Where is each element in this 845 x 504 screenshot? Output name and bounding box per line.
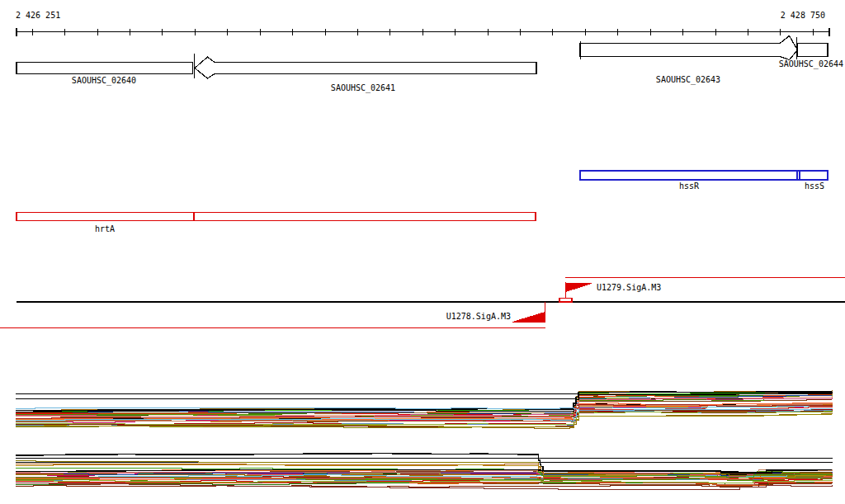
gene-label-hssr: hssR [679,181,700,191]
tss-flag-u1279-siga-m3-base-box [559,299,572,303]
gene-label-saouhsc-02641: SAOUHSC_02641 [331,83,395,93]
gene-label-hsss: hssS [805,181,824,191]
coordinate-ruler [17,28,829,36]
gene-label-saouhsc-02644: SAOUHSC_02644 [779,59,843,69]
feature-hssr-hsss[interactable] [580,171,828,180]
feature-saouhsc-02640[interactable] [17,63,193,74]
feature-hrta[interactable] [17,213,536,221]
ruler-end-coordinate: 2 428 750 [781,11,825,20]
tss-flag-u1278-siga-m3-pennant-icon[interactable] [512,313,545,323]
tss-label-u1279-siga-m3: U1279.SigA.M3 [597,283,661,292]
feature-saouhsc-02643[interactable] [580,36,798,60]
ruler-start-coordinate: 2 426 251 [16,11,60,20]
feature-saouhsc-02641[interactable] [195,57,536,78]
gene-label-hrta: hrtA [95,224,115,233]
gene-feature-track [17,36,828,221]
genome-browser-canvas: 2 426 251 2 428 750 SAOUHSC_02640 SAOUHS… [0,0,845,504]
tss-label-u1278-siga-m3: U1278.SigA.M3 [446,312,511,321]
feature-saouhsc-02644[interactable] [798,44,828,57]
tss-flag-track [0,278,845,328]
gene-label-saouhsc-02640: SAOUHSC_02640 [72,76,136,86]
expression-profile-panels [16,390,833,490]
gene-label-saouhsc-02643: SAOUHSC_02643 [656,75,720,85]
tss-flag-u1279-siga-m3-pennant-icon[interactable] [566,283,592,292]
